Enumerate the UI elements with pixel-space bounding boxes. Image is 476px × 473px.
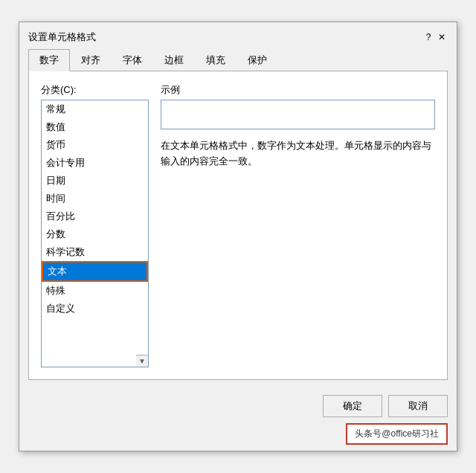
sample-box	[161, 100, 435, 129]
help-button[interactable]: ?	[422, 31, 434, 43]
list-item[interactable]: 日期	[42, 172, 148, 190]
list-item[interactable]: 会计专用	[42, 154, 148, 172]
watermark: 头条号@office研习社	[346, 423, 448, 445]
scrollbar-down-arrow[interactable]: ▼	[136, 355, 148, 367]
list-item[interactable]: 货币	[42, 136, 148, 154]
list-item[interactable]: 特殊	[42, 282, 148, 300]
dialog-title: 设置单元格格式	[28, 30, 96, 44]
title-buttons: ? ✕	[422, 31, 448, 43]
cancel-button[interactable]: 取消	[388, 395, 448, 417]
right-panel: 示例 在文本单元格格式中，数字作为文本处理。单元格显示的内容与输入的内容完全一致…	[161, 83, 435, 367]
tab-protect[interactable]: 保护	[237, 49, 278, 71]
ok-button[interactable]: 确定	[323, 395, 382, 417]
sample-label: 示例	[161, 83, 435, 97]
main-area: 分类(C): 常规 数值 货币 会计专用 日期 时间 百分比 分数 科学记数 文…	[28, 71, 448, 380]
tab-border[interactable]: 边框	[153, 49, 195, 71]
list-item[interactable]: 科学记数	[42, 243, 148, 261]
tab-fill[interactable]: 填充	[195, 49, 237, 71]
list-item[interactable]: 百分比	[42, 207, 148, 225]
category-list[interactable]: 常规 数值 货币 会计专用 日期 时间 百分比 分数 科学记数 文本 特殊 自定…	[41, 100, 149, 367]
close-button[interactable]: ✕	[436, 31, 448, 43]
list-item-selected[interactable]: 文本	[42, 261, 148, 282]
list-item[interactable]: 分数	[42, 225, 148, 243]
list-item[interactable]: 自定义	[42, 300, 148, 318]
dialog-footer: 确定 取消	[19, 389, 457, 423]
category-label: 分类(C):	[41, 83, 149, 97]
tab-bar: 数字 对齐 字体 边框 填充 保护	[28, 46, 448, 71]
left-panel: 分类(C): 常规 数值 货币 会计专用 日期 时间 百分比 分数 科学记数 文…	[41, 83, 149, 367]
tab-align[interactable]: 对齐	[70, 49, 112, 71]
list-item[interactable]: 时间	[42, 190, 148, 207]
dialog-content: 数字 对齐 字体 边框 填充 保护 分类(C): 常规 数值 货币 会计专用 日…	[19, 46, 457, 389]
list-item[interactable]: 常规	[42, 100, 148, 118]
description-text: 在文本单元格格式中，数字作为文本处理。单元格显示的内容与输入的内容完全一致。	[161, 138, 435, 170]
dialog-window: 设置单元格格式 ? ✕ 数字 对齐 字体 边框 填充 保护 分类(C): 常规 …	[19, 22, 457, 451]
list-item[interactable]: 数值	[42, 118, 148, 136]
tab-font[interactable]: 字体	[112, 49, 153, 71]
title-bar: 设置单元格格式 ? ✕	[19, 22, 457, 46]
tab-number[interactable]: 数字	[28, 49, 70, 71]
